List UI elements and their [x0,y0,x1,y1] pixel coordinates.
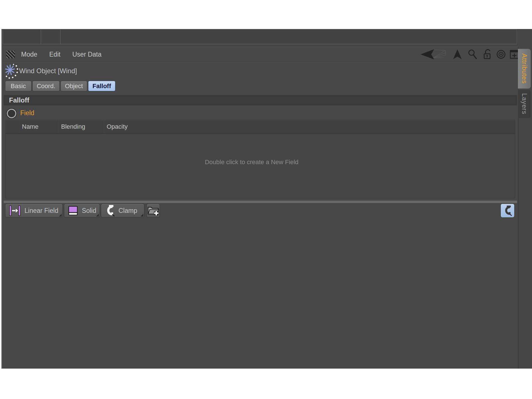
menu-user-data[interactable]: User Data [72,47,102,62]
attribute-manager-panel: Mode Edit User Data [3,47,518,369]
strip-divider [60,30,61,44]
clamp-button[interactable]: Clamp [101,204,144,218]
field-list[interactable]: Name Blending Opacity Double click to cr… [5,120,515,198]
side-tab-layers[interactable]: Layers [518,90,531,118]
dropdown-corner-icon [140,214,143,217]
object-title: Wind Object [Wind] [19,63,77,80]
tab-object[interactable]: Object [61,81,87,91]
field-list-header: Name Blending Opacity [5,120,515,134]
tab-falloff[interactable]: Falloff [88,81,115,91]
linear-field-button[interactable]: Linear Field [5,204,63,218]
menu-toolbar-icons [417,47,518,62]
clamp-toggle-button[interactable] [500,204,515,218]
field-buttons-row: Linear Field Solid Clamp [3,204,518,218]
column-enable [5,120,19,133]
linear-field-icon [9,205,21,217]
field-radio-button[interactable] [7,109,16,118]
dropdown-corner-icon [96,214,99,217]
field-list-body[interactable]: Double click to create a New Field [5,134,515,198]
linear-field-label: Linear Field [24,207,58,215]
clamp-icon [104,204,115,217]
dropdown-corner-icon [59,214,62,217]
tab-basic[interactable]: Basic [5,81,32,91]
menu-mode[interactable]: Mode [21,47,37,62]
falloff-section-header[interactable]: Falloff [4,95,517,105]
lock-open-icon[interactable] [483,49,493,60]
attribute-menu-bar: Mode Edit User Data [3,47,518,62]
add-folder-button[interactable] [146,204,160,218]
empty-list-hint: Double click to create a New Field [5,159,498,166]
history-back-icon[interactable] [419,49,446,60]
strip-divider [40,30,41,44]
wind-object-icon [5,64,19,79]
column-opacity[interactable]: Opacity [104,120,515,133]
side-tab-attributes[interactable]: Attributes [518,49,531,89]
field-label: Field [20,108,34,118]
panel-drag-handle-icon[interactable] [6,51,15,58]
upper-panel-strip [3,29,517,44]
menu-edit[interactable]: Edit [49,47,61,62]
focus-target-icon[interactable] [496,49,506,59]
tab-coord[interactable]: Coord. [32,81,60,91]
solid-button[interactable]: Solid [64,204,100,218]
clamp-icon [503,205,512,216]
object-title-row: Wind Object [Wind] [3,63,518,80]
field-row: Field [3,108,518,120]
column-name[interactable]: Name [19,120,58,133]
navigate-up-icon[interactable] [452,49,463,60]
clamp-label: Clamp [119,207,137,215]
search-icon[interactable] [467,49,478,60]
list-separator [4,200,517,203]
solid-icon [68,205,79,216]
folder-add-icon [147,205,159,216]
solid-label: Solid [82,207,96,215]
attribute-tabs: Basic Coord. Object Falloff [5,81,115,91]
column-blending[interactable]: Blending [58,120,104,133]
